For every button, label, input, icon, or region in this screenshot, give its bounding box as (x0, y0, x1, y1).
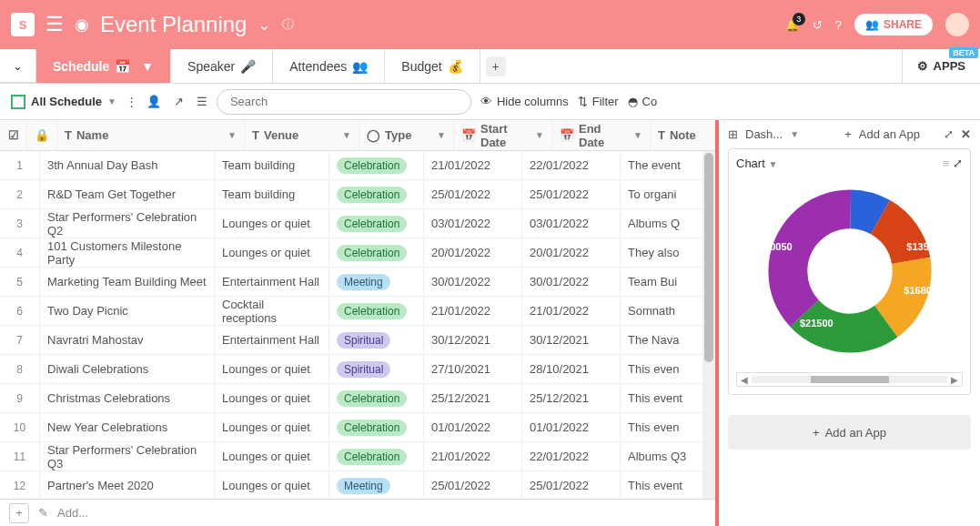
hide-columns-button[interactable]: 👁 Hide columns (480, 95, 569, 108)
table-row[interactable]: 1 3th Annual Day Bash Team building Cele… (0, 151, 715, 180)
chevron-down-icon[interactable]: ▼ (141, 59, 154, 74)
search-input-wrap[interactable] (217, 89, 471, 115)
menu-icon[interactable]: ☰ (45, 13, 64, 36)
cell-start-date[interactable]: 21/01/2022 (424, 442, 522, 470)
cell-venue[interactable]: Lounges or quiet (215, 238, 329, 267)
cell-name[interactable]: 101 Customers Milestone Party (40, 238, 215, 267)
cell-end-date[interactable]: 30/01/2022 (522, 268, 621, 296)
cell-name[interactable]: New Year Celebrations (40, 413, 215, 441)
cell-venue[interactable]: Lounges or quiet (215, 442, 329, 470)
cell-type[interactable]: Celebration (329, 297, 424, 325)
add-tab-button[interactable]: + (480, 49, 511, 83)
globe-icon[interactable]: ◉ (75, 15, 89, 35)
cell-name[interactable]: Partner's Meet 2020 (40, 471, 215, 500)
cell-venue[interactable]: Lounges or quiet (215, 471, 329, 500)
dashboard-label[interactable]: Dash... (745, 127, 783, 141)
cell-end-date[interactable]: 25/12/2021 (522, 384, 621, 412)
cell-name[interactable]: Christmas Celebrations (40, 384, 215, 412)
table-row[interactable]: 10 New Year Celebrations Lounges or quie… (0, 413, 715, 442)
cell-type[interactable]: Celebration (329, 384, 424, 412)
column-venue[interactable]: TVenue▼ (245, 120, 359, 150)
cell-end-date[interactable]: 30/12/2021 (522, 326, 621, 354)
column-end[interactable]: 📅End Date▼ (552, 120, 651, 150)
cell-end-date[interactable]: 22/01/2022 (522, 442, 621, 470)
cell-type[interactable]: Meeting (329, 268, 424, 296)
table-row[interactable]: 3 Star Performers' Celebration Q2 Lounge… (0, 209, 715, 238)
cell-end-date[interactable]: 28/10/2021 (522, 355, 621, 383)
dashboard-icon[interactable]: ⊞ (728, 127, 738, 141)
cell-notes[interactable]: They also (621, 238, 715, 267)
cell-venue[interactable]: Team building (215, 180, 329, 208)
chevron-right-icon[interactable]: ▶ (951, 375, 958, 385)
cell-venue[interactable]: Team building (215, 151, 329, 179)
tab-budget[interactable]: Budget 💰 (385, 49, 480, 83)
help-icon[interactable]: ? (835, 18, 842, 32)
form-icon[interactable]: ☰ (197, 95, 207, 108)
table-row[interactable]: 5 Marketing Team Building Meet Entertain… (0, 268, 715, 297)
cell-notes[interactable]: The Nava (621, 326, 715, 354)
cell-notes[interactable]: Albums Q3 (621, 442, 715, 470)
notification-bell[interactable]: 🔔 3 (785, 18, 800, 32)
chevron-down-icon[interactable]: ▼ (790, 129, 799, 139)
cell-venue[interactable]: Entertainment Hall (215, 268, 329, 296)
filter-button[interactable]: ⇅ Filter (578, 95, 619, 108)
cell-venue[interactable]: Lounges or quiet (215, 355, 329, 383)
cell-start-date[interactable]: 27/10/2021 (424, 355, 522, 383)
table-row[interactable]: 2 R&D Team Get Together Team building Ce… (0, 180, 715, 209)
cell-name[interactable]: Star Performers' Celebration Q2 (40, 209, 215, 238)
cell-venue[interactable]: Lounges or quiet (215, 384, 329, 412)
tab-speaker[interactable]: Speaker 🎤 (171, 49, 273, 83)
cell-name[interactable]: R&D Team Get Together (40, 180, 215, 208)
cell-start-date[interactable]: 01/01/2022 (424, 413, 522, 441)
cell-start-date[interactable]: 21/01/2022 (424, 151, 522, 179)
app-logo[interactable]: S (11, 13, 35, 36)
cell-venue[interactable]: Cocktail receptions (215, 297, 329, 325)
cell-start-date[interactable]: 03/01/2022 (424, 209, 522, 238)
cell-type[interactable]: Celebration (329, 442, 424, 470)
cell-type[interactable]: Spiritual (329, 355, 424, 383)
table-row[interactable]: 11 Star Performers' Celebration Q3 Loung… (0, 442, 715, 471)
cell-notes[interactable]: Team Bui (621, 268, 715, 296)
cell-name[interactable]: Marketing Team Building Meet (40, 268, 215, 296)
chevron-down-icon[interactable]: ⌄ (258, 15, 271, 35)
cell-start-date[interactable]: 25/01/2022 (424, 180, 522, 208)
cell-notes[interactable]: This event (621, 471, 715, 500)
column-notes[interactable]: TNote (651, 120, 715, 150)
table-row[interactable]: 6 Two Day Picnic Cocktail receptions Cel… (0, 297, 715, 326)
cell-notes[interactable]: This event (621, 384, 715, 412)
view-selector[interactable]: All Schedule ▼ (11, 95, 116, 109)
cell-end-date[interactable]: 21/01/2022 (522, 297, 621, 325)
cell-end-date[interactable]: 25/01/2022 (522, 471, 621, 500)
user-avatar[interactable] (945, 13, 969, 36)
cell-notes[interactable]: This even (621, 413, 715, 441)
plus-icon[interactable]: + (844, 127, 852, 141)
table-row[interactable]: 12 Partner's Meet 2020 Lounges or quiet … (0, 471, 715, 501)
cell-notes[interactable]: Somnath (621, 297, 715, 325)
cell-end-date[interactable]: 22/01/2022 (522, 151, 621, 179)
info-icon[interactable]: ⓘ (282, 16, 294, 33)
table-row[interactable]: 8 Diwali Celebrations Lounges or quiet S… (0, 355, 715, 384)
table-row[interactable]: 9 Christmas Celebrations Lounges or quie… (0, 384, 715, 413)
apps-menu[interactable]: ⚙ APPS BETA (902, 49, 980, 83)
close-icon[interactable]: ✕ (961, 127, 971, 141)
add-row-button[interactable]: + ✎ Add... (0, 499, 715, 526)
cell-type[interactable]: Celebration (329, 413, 424, 441)
tab-attendees[interactable]: Attendees 👥 (273, 49, 385, 83)
cell-name[interactable]: Two Day Picnic (40, 297, 215, 325)
vertical-scrollbar[interactable] (702, 151, 715, 499)
cell-start-date[interactable]: 30/01/2022 (424, 268, 522, 296)
horizontal-scrollbar[interactable]: ◀ ▶ (736, 372, 963, 387)
table-row[interactable]: 7 Navratri Mahostav Entertainment Hall S… (0, 326, 715, 355)
cell-notes[interactable]: To organi (621, 180, 715, 208)
expand-icon[interactable]: ⤢ (944, 127, 954, 141)
tabs-chevron-icon[interactable]: ⌄ (0, 49, 36, 83)
table-row[interactable]: 4 101 Customers Milestone Party Lounges … (0, 238, 715, 268)
cell-start-date[interactable]: 21/01/2022 (424, 297, 522, 325)
cell-start-date[interactable]: 25/12/2021 (424, 384, 522, 412)
chevron-left-icon[interactable]: ◀ (741, 375, 748, 385)
cell-type[interactable]: Celebration (329, 209, 424, 238)
tab-schedule[interactable]: Schedule 📅▼ (36, 49, 171, 83)
cell-type[interactable]: Meeting (329, 471, 424, 500)
column-start[interactable]: 📅Start Date▼ (454, 120, 552, 150)
cell-start-date[interactable]: 20/01/2022 (424, 238, 522, 267)
